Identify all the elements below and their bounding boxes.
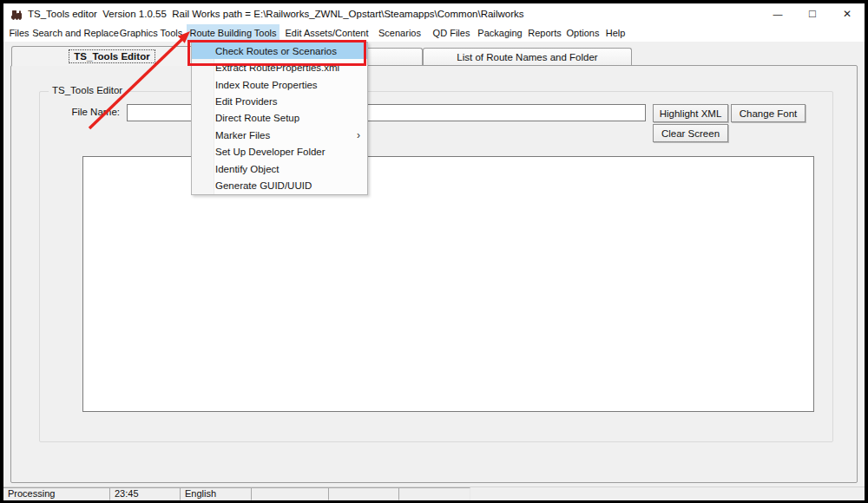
highlight-xml-button[interactable]: Highlight XML — [653, 104, 728, 122]
status-time: 23:45 — [109, 487, 181, 500]
status-language: English — [180, 487, 252, 500]
status-processing: Processing — [3, 487, 110, 500]
menu-options[interactable]: Options — [566, 24, 600, 42]
menuitem-generate-guid-uuid[interactable]: Generate GUID/UUID — [192, 178, 367, 194]
title-bar: TS_Tools editor Version 1.0.55 Rail Work… — [3, 3, 865, 24]
tab-list-of-route-names[interactable]: List of Route Names and Folder — [423, 48, 632, 65]
maximize-icon[interactable]: □ — [795, 3, 830, 24]
menu-files[interactable]: Files — [5, 24, 33, 42]
menu-qd-files[interactable]: QD Files — [431, 24, 472, 42]
tab-list-of-route-names-label: List of Route Names and Folder — [457, 52, 597, 62]
status-empty-3 — [398, 487, 470, 500]
screenshot-frame: TS_Tools editor Version 1.0.55 Rail Work… — [0, 0, 868, 503]
menuitem-identify-object[interactable]: Identify Object — [192, 160, 367, 177]
menuitem-edit-providers[interactable]: Edit Providers — [192, 93, 367, 109]
menu-edit-assets-content[interactable]: Edit Assets/Content — [285, 24, 369, 42]
change-font-button[interactable]: Change Font — [731, 104, 806, 122]
annotation-arrow — [82, 25, 203, 138]
clear-screen-button[interactable]: Clear Screen — [653, 124, 728, 142]
menu-reports[interactable]: Reports — [527, 24, 562, 42]
app-window: TS_Tools editor Version 1.0.55 Rail Work… — [3, 3, 865, 500]
minimize-icon[interactable]: — — [760, 3, 795, 24]
menuitem-marker-files[interactable]: Marker Files › — [192, 127, 367, 143]
submenu-arrow-icon: › — [357, 129, 360, 141]
menu-help[interactable]: Help — [604, 24, 627, 42]
annotation-highlight-box — [187, 40, 366, 66]
close-icon[interactable]: ✕ — [830, 3, 865, 24]
app-icon — [10, 7, 23, 21]
status-empty-2 — [328, 487, 399, 500]
menu-packaging[interactable]: Packaging — [477, 24, 523, 42]
menuitem-set-up-developer-folder[interactable]: Set Up Developer Folder — [192, 144, 367, 160]
status-bar: Processing 23:45 English — [3, 487, 865, 500]
menuitem-index-route-properties[interactable]: Index Route Properties — [192, 76, 367, 93]
window-title: TS_Tools editor Version 1.0.55 Rail Work… — [28, 3, 524, 24]
status-empty-1 — [251, 487, 329, 500]
menu-scenarios[interactable]: Scenarios — [374, 24, 425, 42]
menuitem-direct-route-setup[interactable]: Direct Route Setup — [192, 110, 367, 127]
